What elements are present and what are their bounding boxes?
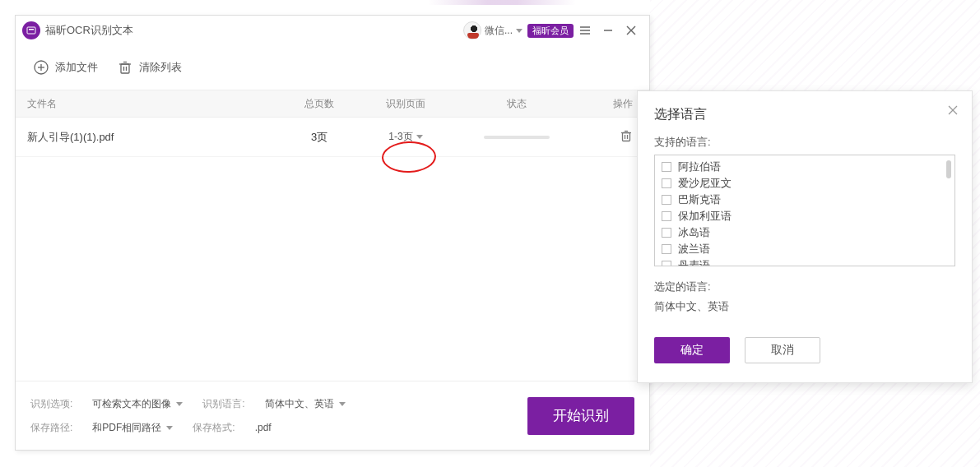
col-filename: 文件名 bbox=[27, 97, 282, 111]
recognize-option-label: 识别选项: bbox=[30, 397, 72, 411]
progress-bar bbox=[484, 136, 550, 139]
footer: 识别选项: 可检索文本的图像 识别语言: 简体中文、英语 保存路径: 和PDF相… bbox=[16, 381, 649, 450]
table-header: 文件名 总页数 识别页面 状态 操作 bbox=[16, 90, 649, 118]
start-recognize-button[interactable]: 开始识别 bbox=[527, 397, 634, 435]
recognize-option-dropdown[interactable]: 可检索文本的图像 bbox=[92, 397, 183, 411]
svg-rect-11 bbox=[121, 64, 129, 73]
hamburger-icon[interactable] bbox=[574, 16, 597, 45]
page-range-dropdown[interactable]: 1-3页 bbox=[380, 127, 430, 147]
svg-rect-1 bbox=[29, 29, 34, 30]
cell-page-range: 1-3页 bbox=[356, 127, 455, 147]
col-recognize-pages: 识别页面 bbox=[356, 97, 455, 111]
ok-button[interactable]: 确定 bbox=[654, 337, 730, 363]
save-path-label: 保存路径: bbox=[30, 421, 72, 435]
language-item[interactable]: 丹麦语 bbox=[655, 257, 954, 266]
language-item[interactable]: 爱沙尼亚文 bbox=[655, 175, 954, 192]
background-accent bbox=[428, 0, 576, 5]
popup-close-button[interactable] bbox=[945, 103, 960, 118]
selected-languages-label: 选定的语言: bbox=[654, 280, 955, 294]
chevron-down-icon bbox=[176, 402, 183, 406]
language-list[interactable]: 阿拉伯语 爱沙尼亚文 巴斯克语 保加利亚语 冰岛语 波兰语 丹麦语 bbox=[654, 155, 955, 266]
language-item[interactable]: 冰岛语 bbox=[655, 224, 954, 241]
language-item[interactable]: 阿拉伯语 bbox=[655, 159, 954, 175]
app-icon bbox=[22, 21, 40, 39]
toolbar: 添加文件 清除列表 bbox=[16, 45, 649, 90]
cancel-button[interactable]: 取消 bbox=[745, 337, 820, 363]
checkbox[interactable] bbox=[662, 228, 671, 238]
language-dropdown[interactable]: 简体中文、英语 bbox=[265, 397, 346, 411]
table-row: 新人引导(1)(1).pdf 3页 1-3页 bbox=[16, 118, 649, 157]
checkbox[interactable] bbox=[662, 195, 671, 205]
delete-row-button[interactable] bbox=[620, 132, 633, 145]
minimize-button[interactable] bbox=[597, 16, 620, 45]
cell-status bbox=[455, 136, 578, 139]
clear-list-button[interactable]: 清除列表 bbox=[118, 60, 182, 75]
svg-rect-0 bbox=[27, 27, 35, 34]
chevron-down-icon bbox=[166, 426, 173, 430]
titlebar: 福昕OCR识别文本 微信... 福昕会员 bbox=[16, 16, 649, 45]
cell-operate bbox=[578, 129, 638, 145]
chevron-down-icon bbox=[339, 402, 346, 406]
language-item[interactable]: 波兰语 bbox=[655, 241, 954, 257]
main-window: 福昕OCR识别文本 微信... 福昕会员 添加文件 清除列表 文件名 总页数 识… bbox=[15, 15, 650, 451]
close-button[interactable] bbox=[620, 16, 643, 45]
chevron-down-icon bbox=[416, 135, 423, 139]
language-label: 识别语言: bbox=[202, 397, 244, 411]
svg-rect-16 bbox=[623, 133, 630, 141]
selected-languages-value: 简体中文、英语 bbox=[654, 299, 955, 314]
window-title: 福昕OCR识别文本 bbox=[45, 23, 133, 38]
add-file-label: 添加文件 bbox=[55, 60, 98, 75]
member-badge: 福昕会员 bbox=[527, 24, 574, 38]
checkbox[interactable] bbox=[662, 211, 671, 221]
popup-title: 选择语言 bbox=[654, 106, 955, 123]
save-format-label: 保存格式: bbox=[193, 421, 235, 435]
checkbox[interactable] bbox=[662, 162, 671, 172]
avatar[interactable] bbox=[463, 21, 481, 39]
language-item[interactable]: 保加利亚语 bbox=[655, 208, 954, 224]
checkbox[interactable] bbox=[662, 244, 671, 254]
page-range-value: 1-3页 bbox=[388, 130, 412, 144]
checkbox[interactable] bbox=[662, 261, 671, 266]
user-label[interactable]: 微信... bbox=[485, 24, 513, 38]
cell-filename: 新人引导(1)(1).pdf bbox=[27, 130, 282, 145]
save-format-value: .pdf bbox=[255, 422, 272, 433]
language-item[interactable]: 巴斯克语 bbox=[655, 192, 954, 208]
save-path-dropdown[interactable]: 和PDF相同路径 bbox=[92, 421, 173, 435]
col-total-pages: 总页数 bbox=[282, 97, 356, 111]
supported-languages-label: 支持的语言: bbox=[654, 135, 955, 150]
col-status: 状态 bbox=[455, 97, 578, 111]
checkbox[interactable] bbox=[662, 178, 671, 188]
language-popup: 选择语言 支持的语言: 阿拉伯语 爱沙尼亚文 巴斯克语 保加利亚语 冰岛语 波兰… bbox=[637, 90, 973, 383]
cell-total-pages: 3页 bbox=[282, 130, 356, 145]
add-file-button[interactable]: 添加文件 bbox=[34, 60, 98, 75]
chevron-down-icon[interactable] bbox=[516, 29, 523, 33]
clear-list-label: 清除列表 bbox=[139, 60, 182, 75]
col-operate: 操作 bbox=[578, 97, 638, 111]
